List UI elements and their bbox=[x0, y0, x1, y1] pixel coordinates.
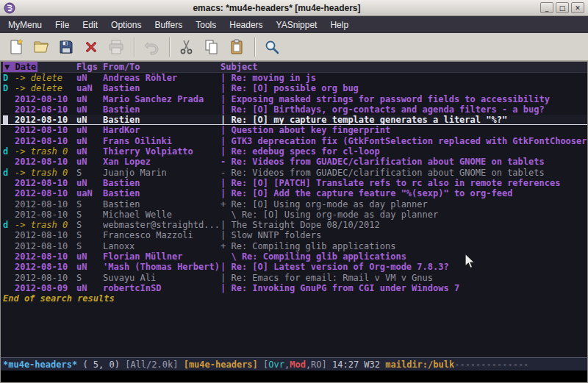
message-date: -> delete bbox=[15, 73, 76, 83]
menu-tools[interactable]: Tools bbox=[189, 17, 223, 33]
message-row[interactable]: d-> trash 0SJuanjo Marin- Re: Videos fro… bbox=[1, 168, 587, 178]
modeline: *mu4e-headers* ( 5, 0) [All/2.0k] [mu4e-… bbox=[0, 357, 588, 371]
message-row[interactable]: 2012-08-10uNBastien| Re: [O] my capture … bbox=[1, 115, 587, 125]
new-file-button[interactable] bbox=[4, 35, 28, 59]
message-row[interactable]: 2012-08-10uNBastien| Re: [O] [PATCH] Tra… bbox=[1, 178, 587, 188]
sort-indicator-date[interactable]: ▼ Date bbox=[3, 62, 37, 72]
message-flags: uaN bbox=[76, 188, 103, 198]
message-from: HardKor bbox=[103, 125, 220, 135]
message-from: robertcInSD bbox=[103, 283, 220, 293]
close-button[interactable]: ✕ bbox=[571, 2, 584, 13]
column-header-date[interactable]: ▼ Date bbox=[3, 62, 76, 72]
menu-headers[interactable]: Headers bbox=[223, 17, 269, 33]
message-row[interactable]: 2012-08-10SLanoxx+ Re: Compiling glib ap… bbox=[1, 241, 587, 251]
message-mark bbox=[3, 125, 15, 135]
message-from: Bastien bbox=[103, 104, 220, 115]
message-row[interactable]: d-> trash 0uNThierry Volpiatto| Re: edeb… bbox=[1, 146, 587, 157]
undo-button bbox=[140, 35, 163, 59]
message-row[interactable]: 2012-08-10SFrancesco Mazzoli| Slow NNTP … bbox=[1, 230, 587, 240]
message-from: Bastien bbox=[103, 188, 220, 198]
message-subject: | Re: edebug specs for cl-loop bbox=[220, 146, 587, 157]
column-header-flags[interactable]: Flgs bbox=[76, 62, 103, 72]
minimize-button[interactable]: _ bbox=[540, 2, 553, 13]
message-date: -> trash 0 bbox=[15, 220, 76, 230]
message-flags: uN bbox=[76, 283, 103, 293]
message-subject: \ Re: [O] Using org-mode as day planner bbox=[220, 210, 587, 220]
message-date: 2012-08-09 bbox=[15, 283, 76, 293]
message-flags: S bbox=[76, 210, 103, 220]
minibuffer[interactable] bbox=[0, 371, 588, 383]
message-from: Bastien bbox=[103, 83, 220, 93]
window-title: emacs: *mu4e-headers* [mu4e-headers] bbox=[15, 3, 538, 13]
message-mark bbox=[3, 188, 15, 198]
message-row[interactable]: 2012-08-10uNBastien| Re: [O] Birthdays, … bbox=[1, 104, 587, 115]
message-row[interactable]: D-> deleteuNAndreas Röhler| Re: moving i… bbox=[1, 73, 587, 83]
headers-header-line: ▼ Date Flgs From/To Subject bbox=[1, 62, 587, 73]
message-date: 2012-08-10 bbox=[15, 262, 76, 272]
print-buffer-icon bbox=[107, 38, 125, 56]
message-row[interactable]: 2012-08-10uNFrans Oilinki| GTK3 deprecat… bbox=[1, 136, 587, 146]
message-row[interactable]: 2012-08-10uN'Mash (Thomas Herbert)| Re: … bbox=[1, 262, 587, 272]
menu-mymenu[interactable]: MyMenu bbox=[1, 17, 49, 33]
message-row[interactable]: 2012-08-10SMichael Welle \ Re: [O] Using… bbox=[1, 210, 587, 220]
message-from: Francesco Mazzoli bbox=[103, 230, 220, 240]
message-subject: | Question about key fingerprint bbox=[220, 125, 587, 135]
open-file-button[interactable] bbox=[29, 35, 53, 59]
buffer-area[interactable]: ▼ Date Flgs From/To Subject D-> deleteuN… bbox=[0, 61, 588, 357]
message-from: Lanoxx bbox=[103, 241, 220, 251]
message-row[interactable]: 2012-08-10uNXan Lopez- Re: Videos from G… bbox=[1, 157, 587, 167]
message-row[interactable]: 2012-08-09uNrobertcInSD| Re: Invoking Gn… bbox=[1, 283, 587, 293]
kill-buffer-button[interactable] bbox=[79, 35, 103, 59]
titlebar[interactable]: emacs: *mu4e-headers* [mu4e-headers] _ □… bbox=[0, 0, 588, 16]
message-row[interactable]: D-> deleteuaNBastien| Re: [O] possible o… bbox=[1, 83, 587, 93]
message-subject: | Exposing masked strings for password f… bbox=[220, 94, 587, 104]
message-from: Florian Müllner bbox=[103, 251, 220, 262]
modeline-plain: ( 5, 0) bbox=[77, 359, 125, 370]
message-list: D-> deleteuNAndreas Röhler| Re: moving i… bbox=[1, 73, 587, 293]
menu-help[interactable]: Help bbox=[323, 17, 355, 33]
message-mark bbox=[3, 273, 15, 283]
message-subject: | Re: [O] [PATCH] Translate refs to rc a… bbox=[220, 178, 587, 188]
message-row[interactable]: 2012-08-10SSuvayu Ali| Re: Emacs for ema… bbox=[1, 273, 587, 283]
message-mark: D bbox=[3, 83, 15, 93]
column-header-from[interactable]: From/To bbox=[103, 62, 220, 72]
modeline-dim: -------------- bbox=[454, 359, 528, 370]
copy-button[interactable] bbox=[200, 35, 223, 59]
new-file-icon bbox=[7, 38, 25, 56]
message-row[interactable]: 2012-08-10uNMario Sanchez Prada| Exposin… bbox=[1, 94, 587, 104]
message-date: 2012-08-10 bbox=[15, 188, 76, 198]
message-subject: | Re: Invoking GnuPG from CGI under Wind… bbox=[220, 283, 587, 293]
message-row[interactable]: d-> trash 0Swebmaster@straightd...| The … bbox=[1, 220, 587, 230]
column-header-subject[interactable]: Subject bbox=[220, 62, 587, 72]
message-row[interactable]: 2012-08-10uNHardKor| Question about key … bbox=[1, 125, 587, 135]
message-from: Mario Sanchez Prada bbox=[103, 94, 220, 104]
print-buffer-button bbox=[104, 35, 128, 59]
paste-icon bbox=[228, 38, 245, 56]
message-flags: uaN bbox=[76, 83, 103, 93]
menu-buffers[interactable]: Buffers bbox=[148, 17, 189, 33]
message-row[interactable]: 2012-08-10SBastien+ Re: [O] Using org-mo… bbox=[1, 199, 587, 210]
menu-options[interactable]: Options bbox=[104, 17, 148, 33]
message-flags: uN bbox=[76, 146, 103, 157]
message-subject: \ Re: Compiling glib applications bbox=[220, 251, 587, 262]
message-date: 2012-08-10 bbox=[15, 115, 76, 124]
message-mark bbox=[3, 115, 15, 124]
paste-button[interactable] bbox=[225, 35, 248, 59]
menu-file[interactable]: File bbox=[49, 17, 76, 33]
message-from: Bastien bbox=[103, 199, 220, 210]
menu-yasnippet[interactable]: YASnippet bbox=[270, 17, 324, 33]
message-flags: uN bbox=[76, 251, 103, 262]
menu-edit[interactable]: Edit bbox=[76, 17, 104, 33]
undo-icon bbox=[143, 38, 160, 56]
cut-button[interactable] bbox=[175, 35, 198, 59]
message-row[interactable]: 2012-08-10uaNBastien| Re: [O] Add the ca… bbox=[1, 188, 587, 198]
modeline-buffer: *mu4e-headers* bbox=[3, 359, 77, 370]
message-flags: uN bbox=[76, 94, 103, 104]
maximize-button[interactable]: □ bbox=[556, 2, 569, 13]
message-row[interactable]: 2012-08-10uNFlorian Müllner \ Re: Compil… bbox=[1, 251, 587, 262]
search-button[interactable] bbox=[260, 35, 284, 59]
message-flags: uN bbox=[76, 178, 103, 188]
message-mark bbox=[3, 283, 15, 293]
save-buffer-button[interactable] bbox=[54, 35, 78, 59]
toolbar-separator bbox=[254, 37, 256, 57]
